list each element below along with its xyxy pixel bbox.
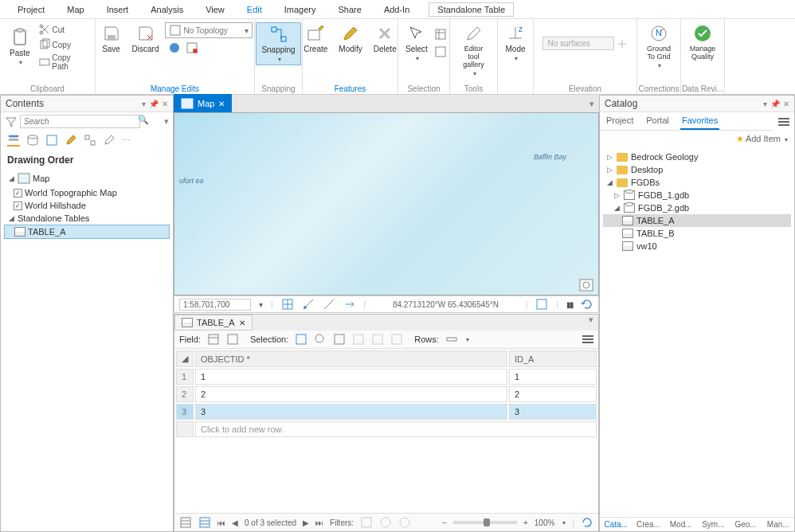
surface-add-icon[interactable] <box>616 37 629 50</box>
menu-imagery[interactable]: Imagery <box>273 2 327 17</box>
error-inspector-icon[interactable] <box>186 41 198 54</box>
table-menu-icon[interactable] <box>582 335 593 343</box>
calculate-field-icon[interactable] <box>226 333 239 346</box>
features-group-label[interactable]: Features <box>303 84 398 93</box>
catalog-tab-portal[interactable]: Portal <box>644 112 671 130</box>
copy-button[interactable]: Copy <box>37 37 90 52</box>
zoom-slider[interactable] <box>453 521 517 524</box>
add-row[interactable]: Click to add new row. <box>176 421 597 437</box>
prev-record-icon[interactable]: ◀ <box>232 518 238 527</box>
menu-project[interactable]: Project <box>6 2 56 17</box>
menu-map[interactable]: Map <box>56 2 95 17</box>
ground-to-grid-button[interactable]: NGround To Grid▾ <box>642 22 676 71</box>
cut-button[interactable]: Cut <box>37 22 90 37</box>
catalog-item-gdb1[interactable]: ▷FGDB_1.gdb <box>603 189 791 201</box>
filter-time-icon[interactable] <box>379 516 392 529</box>
table-row[interactable]: 222 <box>176 386 597 402</box>
constraint-icon-2[interactable] <box>302 298 315 311</box>
map-navigator-icon[interactable] <box>579 279 593 291</box>
save-edits-button[interactable]: Save <box>97 22 126 55</box>
select-button[interactable]: Select▾ <box>401 22 433 64</box>
table-tab[interactable]: TABLE_A ✕ <box>174 315 253 331</box>
zoom-out-icon[interactable]: − <box>442 518 447 527</box>
zoom-in-icon[interactable]: + <box>523 518 528 527</box>
menu-standalone-table[interactable]: Standalone Table <box>429 2 514 17</box>
layer-world-topographic[interactable]: ✓World Topographic Map <box>4 186 170 199</box>
standalone-tables-node[interactable]: ◢Standalone Tables <box>4 212 170 225</box>
constraint-icon-1[interactable] <box>281 298 294 311</box>
pause-drawing-icon[interactable]: ▮▮ <box>566 300 573 309</box>
copypath-button[interactable]: Copy Path <box>37 53 90 72</box>
menu-edit[interactable]: Edit <box>236 2 273 17</box>
menu-insert[interactable]: Insert <box>96 2 140 17</box>
manage-quality-button[interactable]: Manage Quality <box>685 22 721 62</box>
zoom-level[interactable]: 100% <box>535 518 555 527</box>
contents-pin-icon[interactable]: 📌 <box>149 100 159 108</box>
list-by-drawing-order-icon[interactable] <box>7 134 20 147</box>
clear-table-selection-icon[interactable] <box>352 333 365 346</box>
table-tab-close-icon[interactable]: ✕ <box>239 319 245 327</box>
attributes-icon[interactable] <box>434 28 447 41</box>
list-by-source-icon[interactable] <box>26 134 39 147</box>
insert-row-icon[interactable] <box>445 333 458 346</box>
zoom-to-selection-icon[interactable] <box>314 333 327 346</box>
map-tab[interactable]: Map ✕ <box>174 94 232 113</box>
add-field-icon[interactable] <box>207 333 220 346</box>
menu-analysis[interactable]: Analysis <box>139 2 194 17</box>
copy-selection-icon[interactable] <box>390 333 403 346</box>
refresh-icon[interactable] <box>581 298 593 311</box>
col-ida[interactable]: ID_A <box>509 350 597 367</box>
topology-select[interactable]: No Topology▾ <box>165 22 253 38</box>
mode-button[interactable]: zMode▾ <box>501 22 531 64</box>
catalog-dropdown-icon[interactable]: ▾ <box>763 100 767 108</box>
row-selector-header[interactable]: ◢ <box>176 350 194 367</box>
catalog-tab-favorites[interactable]: Favorites <box>680 112 719 130</box>
contents-search-input[interactable] <box>20 115 140 128</box>
list-by-snapping-icon[interactable] <box>84 134 96 147</box>
first-record-icon[interactable]: ⏮ <box>217 518 225 527</box>
catalog-item-vw10[interactable]: vw10 <box>603 240 791 252</box>
paste-button[interactable]: Paste▾ <box>5 26 35 68</box>
contents-more-icon[interactable]: ⋯ <box>122 135 131 146</box>
clear-selection-icon[interactable] <box>434 45 447 58</box>
view-dropdown-icon[interactable]: ▾ <box>585 99 599 109</box>
surface-select[interactable]: No surfaces <box>542 37 614 50</box>
btab-manage[interactable]: Man... <box>762 518 794 531</box>
discard-edits-button[interactable]: Discard <box>127 22 164 55</box>
next-record-icon[interactable]: ▶ <box>303 518 309 527</box>
catalog-close-icon[interactable]: ✕ <box>783 100 789 108</box>
catalog-menu-icon[interactable] <box>778 118 789 126</box>
menu-view[interactable]: View <box>194 2 236 17</box>
add-item-button[interactable]: ★Add Item ▾ <box>600 131 794 147</box>
snapping-button[interactable]: Snapping▾ <box>256 22 300 65</box>
constraint-icon-4[interactable] <box>343 298 356 311</box>
delete-button[interactable]: Delete <box>369 22 401 55</box>
btab-geoprocessing[interactable]: Geo... <box>730 518 762 531</box>
rows-dropdown-icon[interactable]: ▾ <box>466 336 469 343</box>
manage-edits-group-label[interactable]: Manage Edits <box>96 84 254 93</box>
btab-catalog[interactable]: Cata... <box>600 518 632 531</box>
list-by-editing-icon[interactable] <box>65 134 77 147</box>
catalog-item-gdb2[interactable]: ◢FGDB_2.gdb <box>603 201 791 214</box>
catalog-item-bedrock[interactable]: ▷Bedrock Geology <box>603 151 791 163</box>
delete-selection-icon[interactable] <box>371 333 384 346</box>
btab-modify[interactable]: Mod... <box>664 518 697 531</box>
constraint-icon-3[interactable] <box>323 298 335 311</box>
show-selected-icon[interactable] <box>198 516 211 529</box>
create-button[interactable]: Create <box>299 22 332 55</box>
menu-addin[interactable]: Add-In <box>373 2 421 17</box>
last-record-icon[interactable]: ⏭ <box>315 518 323 527</box>
show-all-icon[interactable] <box>179 516 192 529</box>
catalog-item-desktop[interactable]: ▷Desktop <box>603 163 791 176</box>
table-a-node[interactable]: TABLE_A <box>4 225 170 239</box>
catalog-pin-icon[interactable]: 📌 <box>770 100 780 108</box>
table-view-dropdown-icon[interactable]: ▾ <box>584 315 598 331</box>
btab-symbology[interactable]: Sym... <box>697 518 730 531</box>
table-row[interactable]: 333 <box>176 404 597 420</box>
catalog-item-fgdbs[interactable]: ◢FGDBs <box>603 176 791 189</box>
editor-tool-gallery-button[interactable]: Editor tool gallery▾ <box>455 22 492 79</box>
btab-create[interactable]: Crea... <box>632 518 665 531</box>
layer-world-hillshade[interactable]: ✓World Hillshade <box>4 199 170 212</box>
table-row[interactable]: 111 <box>176 369 597 385</box>
selected-features-icon[interactable] <box>535 298 548 311</box>
